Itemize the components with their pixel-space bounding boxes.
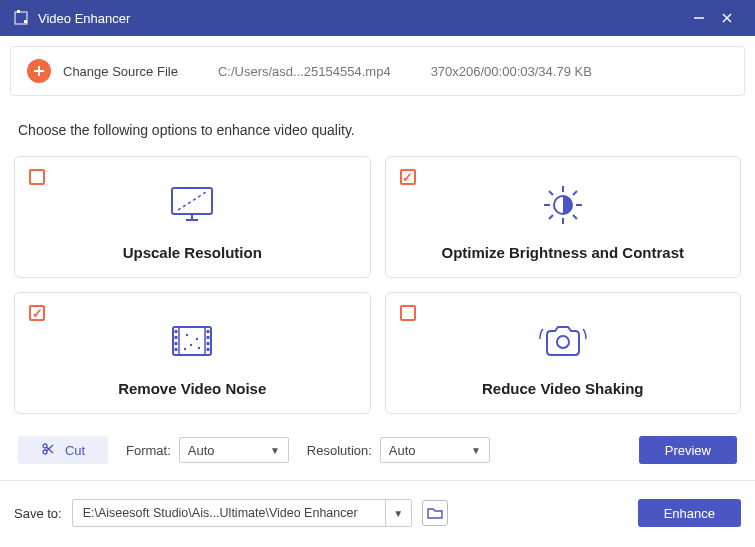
svg-rect-25 [175,336,178,339]
minimize-button[interactable] [685,0,713,36]
card-label: Optimize Brightness and Contrast [441,244,684,261]
svg-rect-8 [172,188,212,214]
save-path-box[interactable]: E:\Aiseesoft Studio\Ais...Ultimate\Video… [72,499,412,527]
svg-line-19 [549,215,553,219]
camera-icon [537,293,589,380]
svg-rect-1 [17,10,20,13]
svg-rect-28 [207,330,210,333]
resolution-value: Auto [389,443,416,458]
enhance-button[interactable]: Enhance [638,499,741,527]
content-area: Change Source File C:/Users/asd...251545… [0,36,755,480]
svg-rect-26 [175,342,178,345]
change-source-label[interactable]: Change Source File [63,64,178,79]
resolution-label: Resolution: [307,443,372,458]
save-to-label: Save to: [14,506,62,521]
save-path-dropdown[interactable]: ▼ [385,500,411,526]
card-remove-noise[interactable]: Remove Video Noise [14,292,371,414]
format-select-group: Format: Auto ▼ [126,437,289,463]
preview-button[interactable]: Preview [639,436,737,464]
svg-line-9 [178,192,206,210]
svg-point-36 [184,347,186,349]
svg-point-33 [196,337,198,339]
source-meta: 370x206/00:00:03/34.79 KB [431,64,592,79]
titlebar: Video Enhancer [0,0,755,36]
chevron-down-icon: ▼ [270,445,280,456]
card-label: Upscale Resolution [123,244,262,261]
svg-rect-31 [207,348,210,351]
cut-button[interactable]: Cut [18,436,108,464]
svg-rect-29 [207,336,210,339]
svg-point-37 [557,336,569,348]
svg-line-17 [549,191,553,195]
window-title: Video Enhancer [38,11,685,26]
svg-point-32 [186,333,188,335]
svg-rect-24 [175,330,178,333]
resolution-select-group: Resolution: Auto ▼ [307,437,490,463]
format-label: Format: [126,443,171,458]
card-label: Remove Video Noise [118,380,266,397]
svg-point-34 [190,343,192,345]
checkbox-upscale[interactable] [29,169,45,185]
checkbox-noise[interactable] [29,305,45,321]
svg-rect-30 [207,342,210,345]
window: Video Enhancer Change Source File C:/Use… [0,0,755,547]
add-source-button[interactable] [27,59,51,83]
card-reduce-shaking[interactable]: Reduce Video Shaking [385,292,742,414]
svg-rect-2 [24,20,27,23]
card-upscale-resolution[interactable]: Upscale Resolution [14,156,371,278]
checkbox-brightness[interactable] [400,169,416,185]
checkbox-shaking[interactable] [400,305,416,321]
film-icon [167,293,217,380]
svg-line-18 [573,215,577,219]
save-path-text: E:\Aiseesoft Studio\Ais...Ultimate\Video… [73,506,385,520]
card-label: Reduce Video Shaking [482,380,643,397]
svg-point-35 [198,346,200,348]
scissors-icon [41,442,55,459]
chevron-down-icon: ▼ [471,445,481,456]
footer: Save to: E:\Aiseesoft Studio\Ais...Ultim… [0,481,755,547]
source-bar: Change Source File C:/Users/asd...251545… [10,46,745,96]
monitor-icon [168,157,216,244]
browse-folder-button[interactable] [422,500,448,526]
close-button[interactable] [713,0,741,36]
resolution-select[interactable]: Auto ▼ [380,437,490,463]
card-optimize-brightness[interactable]: Optimize Brightness and Contrast [385,156,742,278]
svg-line-20 [573,191,577,195]
format-select[interactable]: Auto ▼ [179,437,289,463]
format-value: Auto [188,443,215,458]
svg-rect-27 [175,348,178,351]
instruction-text: Choose the following options to enhance … [10,114,745,156]
source-path: C:/Users/asd...25154554.mp4 [218,64,391,79]
sun-icon [538,157,588,244]
cut-label: Cut [65,443,85,458]
options-grid: Upscale Resolution Optimize Brightness a… [10,156,745,414]
controls-row: Cut Format: Auto ▼ Resolution: Auto ▼ Pr… [10,414,745,480]
app-icon [14,10,30,26]
